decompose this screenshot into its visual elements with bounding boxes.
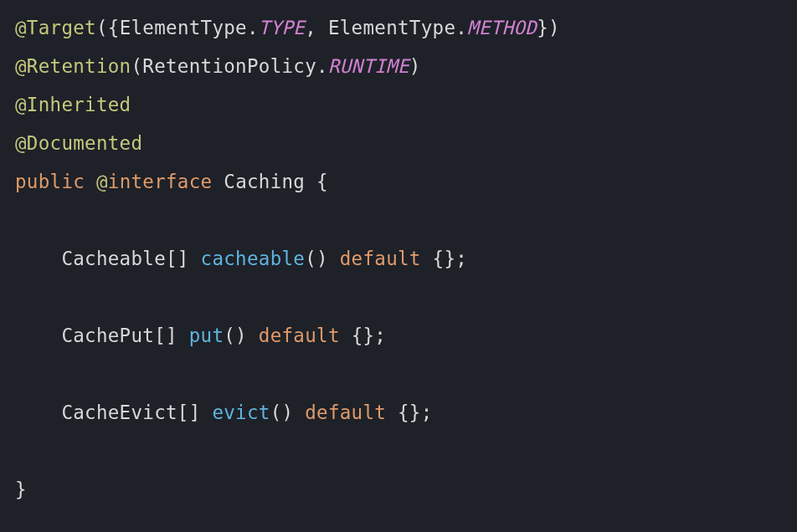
- punct-parens: (): [305, 248, 328, 269]
- punct-semi: ;: [421, 402, 433, 423]
- space: [85, 171, 96, 192]
- code-block: @Target({ElementType.TYPE, ElementType.M…: [0, 0, 797, 517]
- annotation-documented: @Documented: [15, 132, 142, 154]
- indent: [15, 325, 61, 346]
- space: [386, 402, 398, 423]
- code-line: CachePut[] put() default {};: [15, 325, 386, 346]
- type-ref: RetentionPolicy: [142, 55, 316, 77]
- indent: [15, 248, 61, 269]
- space: [340, 325, 352, 346]
- punct-dot: .: [316, 55, 328, 77]
- array-brackets: []: [166, 248, 201, 269]
- array-brackets: []: [154, 325, 189, 346]
- enum-const-method: METHOD: [467, 17, 537, 38]
- code-line: Cacheable[] cacheable() default {};: [15, 248, 467, 269]
- code-line: CacheEvict[] evict() default {};: [15, 402, 433, 423]
- method-put: put: [189, 325, 224, 346]
- punct-lbrace: {: [316, 171, 328, 192]
- type-name-caching: Caching: [224, 171, 305, 192]
- punct-parens: (): [270, 402, 294, 423]
- annotation-inherited: @Inherited: [15, 94, 131, 115]
- code-line: @Retention(RetentionPolicy.RUNTIME): [15, 55, 421, 77]
- code-line: public @interface Caching {: [15, 171, 328, 192]
- punct-rbrace: }: [537, 17, 548, 38]
- space: [421, 248, 433, 269]
- keyword-default: default: [340, 248, 421, 269]
- punct-parens: (): [224, 325, 247, 346]
- empty-array: {}: [398, 402, 421, 423]
- punct-rparen: ): [548, 17, 560, 38]
- punct-lparen: (: [96, 17, 108, 38]
- punct-rbrace: }: [15, 478, 27, 500]
- array-brackets: []: [177, 402, 213, 423]
- punct-comma: ,: [305, 17, 328, 38]
- annotation-target: @Target: [15, 17, 96, 38]
- space: [305, 171, 316, 192]
- keyword-default: default: [259, 325, 340, 346]
- method-evict: evict: [212, 402, 270, 423]
- space: [328, 248, 340, 269]
- indent: [15, 402, 61, 423]
- empty-array: {}: [352, 325, 375, 346]
- punct-semi: ;: [455, 248, 467, 269]
- code-line: @Documented: [15, 132, 142, 154]
- code-line: @Target({ElementType.TYPE, ElementType.M…: [15, 17, 560, 38]
- type-ref: ElementType: [120, 17, 247, 38]
- punct-lbrace: {: [108, 17, 120, 38]
- code-line: }: [15, 478, 27, 500]
- annotation-retention: @Retention: [15, 55, 131, 77]
- type-ref-cacheput: CachePut: [61, 325, 154, 346]
- space: [293, 402, 305, 423]
- keyword-interface: interface: [108, 171, 213, 192]
- punct-rparen: ): [409, 55, 421, 77]
- empty-array: {}: [433, 248, 456, 269]
- type-ref: ElementType: [328, 17, 455, 38]
- type-ref-cacheable: Cacheable: [61, 248, 166, 269]
- punct-dot: .: [247, 17, 259, 38]
- keyword-default: default: [305, 402, 386, 423]
- type-ref-cacheevict: CacheEvict: [61, 402, 177, 423]
- annotation-at: @: [96, 171, 108, 192]
- keyword-public: public: [15, 171, 85, 192]
- space: [212, 171, 224, 192]
- method-cacheable: cacheable: [201, 248, 306, 269]
- punct-lparen: (: [131, 55, 142, 77]
- space: [247, 325, 259, 346]
- punct-dot: .: [455, 17, 467, 38]
- punct-semi: ;: [374, 325, 386, 346]
- code-line: @Inherited: [15, 94, 131, 115]
- enum-const-type: TYPE: [259, 17, 305, 38]
- enum-const-runtime: RUNTIME: [328, 55, 409, 77]
